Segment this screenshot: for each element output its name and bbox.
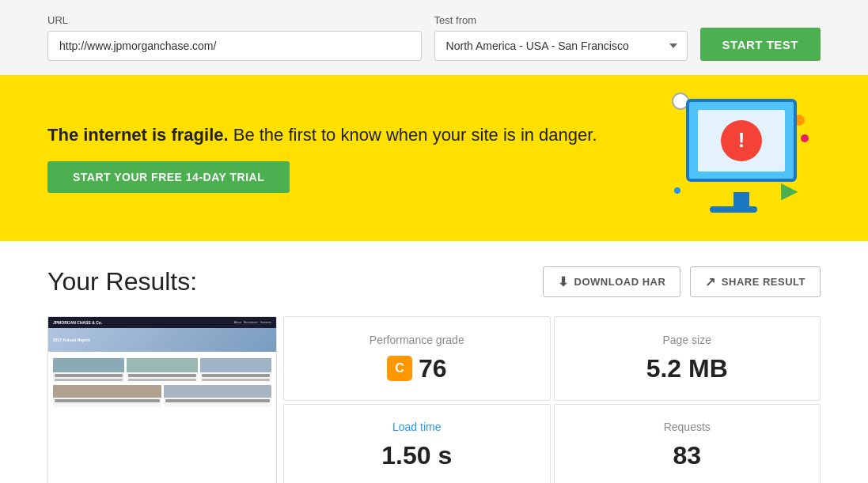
- mini-nav-link: Investors: [260, 321, 271, 324]
- results-header: Your Results: ⬇ DOWNLOAD HAR ↗ SHARE RES…: [47, 266, 821, 297]
- mini-nav-links: About Businesses Investors: [234, 321, 271, 324]
- decor-dot-pink: [801, 134, 809, 142]
- mini-wide-text-2: [165, 399, 271, 402]
- page-size-label: Page size: [663, 334, 711, 346]
- mini-site-preview: JPMORGAN CHASE & Co. About Businesses In…: [48, 317, 276, 483]
- test-from-group: Test from North America - USA - San Fran…: [434, 14, 688, 61]
- mini-card-text2-2: [128, 379, 196, 381]
- mini-card-text-3: [202, 374, 270, 377]
- mini-nav-link: Businesses: [244, 321, 258, 324]
- header: URL Test from North America - USA - San …: [0, 0, 868, 75]
- download-har-label: DOWNLOAD HAR: [574, 276, 666, 288]
- mini-card-2: [127, 358, 198, 382]
- start-test-button[interactable]: START TEST: [700, 28, 821, 61]
- mini-card-img-3: [200, 358, 271, 372]
- load-time-card: Load time 1.50 s: [283, 404, 551, 484]
- performance-grade-value: C 76: [387, 354, 447, 383]
- banner-rest-text: Be the first to know when your site is i…: [229, 125, 597, 145]
- banner-bold-text: The internet is fragile.: [47, 125, 229, 145]
- monitor-icon: ! ▶: [670, 99, 813, 217]
- mini-card-text-1: [55, 374, 123, 377]
- mini-wide-text-1: [55, 399, 160, 402]
- performance-grade-card: Performance grade C 76: [283, 316, 551, 401]
- load-time-value: 1.50 s: [381, 441, 452, 470]
- performance-grade-label: Performance grade: [370, 334, 464, 346]
- page-size-value: 5.2 MB: [646, 354, 728, 383]
- mini-card-text2-3: [202, 379, 270, 381]
- banner-content: The internet is fragile. Be the first to…: [47, 123, 662, 194]
- mini-wide-card-1: [53, 385, 161, 407]
- monitor-stand: [733, 192, 749, 206]
- mini-nav-link: About: [234, 321, 241, 324]
- metrics-grid: Performance grade C 76 Page size 5.2 MB …: [283, 316, 821, 483]
- mini-card-1: [53, 358, 124, 382]
- mini-hero-text: 2017 Annual Report: [53, 338, 90, 342]
- mini-card-grid: [53, 358, 271, 382]
- results-section: Your Results: ⬇ DOWNLOAD HAR ↗ SHARE RES…: [0, 241, 868, 483]
- download-har-button[interactable]: ⬇ DOWNLOAD HAR: [543, 266, 680, 297]
- mini-hero: 2017 Annual Report: [48, 328, 276, 352]
- monitor-screen: !: [698, 110, 785, 172]
- mini-card-3: [200, 358, 271, 382]
- mini-nav: JPMORGAN CHASE & Co. About Businesses In…: [48, 317, 276, 328]
- site-screenshot: JPMORGAN CHASE & Co. About Businesses In…: [48, 317, 276, 483]
- test-from-label: Test from: [434, 14, 688, 26]
- grade-badge: C: [387, 356, 412, 381]
- cursor-icon: ▶: [781, 177, 798, 203]
- results-title: Your Results:: [47, 267, 197, 296]
- requests-label: Requests: [664, 421, 711, 433]
- trial-cta-button[interactable]: START YOUR FREE 14-DAY TRIAL: [47, 161, 290, 193]
- share-result-button[interactable]: ↗ SHARE RESULT: [690, 266, 821, 297]
- mini-card-text-2: [128, 374, 196, 377]
- share-icon: ↗: [705, 274, 716, 289]
- mini-card-img-2: [127, 358, 198, 372]
- requests-value: 83: [673, 441, 701, 470]
- page-size-card: Page size 5.2 MB: [554, 316, 821, 401]
- mini-card-img-1: [53, 358, 124, 372]
- mini-brand: JPMORGAN CHASE & Co.: [53, 320, 102, 325]
- screenshot-card: JPMORGAN CHASE & Co. About Businesses In…: [47, 316, 277, 483]
- mini-wide-grid: [53, 385, 271, 407]
- url-input[interactable]: [47, 31, 422, 61]
- results-actions: ⬇ DOWNLOAD HAR ↗ SHARE RESULT: [543, 266, 821, 297]
- monitor-body: !: [686, 99, 797, 182]
- mini-wide-img-1: [53, 385, 161, 398]
- alert-icon: !: [721, 120, 762, 161]
- mini-card-text2-1: [55, 379, 123, 381]
- mini-wide-card-2: [164, 385, 272, 407]
- decor-dot-blue: [674, 187, 680, 194]
- mini-content: [48, 352, 276, 410]
- monitor-base: [710, 206, 757, 213]
- load-time-label: Load time: [392, 421, 441, 433]
- url-label: URL: [47, 14, 422, 26]
- banner-text: The internet is fragile. Be the first to…: [47, 123, 662, 148]
- promo-banner: The internet is fragile. Be the first to…: [0, 75, 868, 241]
- banner-illustration: ! ▶: [662, 99, 821, 217]
- url-group: URL: [47, 14, 422, 61]
- test-from-select[interactable]: North America - USA - San Francisco: [434, 31, 688, 61]
- mini-wide-img-2: [164, 385, 272, 398]
- results-grid: JPMORGAN CHASE & Co. About Businesses In…: [47, 316, 821, 483]
- requests-card: Requests 83: [554, 404, 821, 484]
- download-icon: ⬇: [558, 274, 569, 289]
- performance-grade-number: 76: [419, 354, 447, 383]
- share-result-label: SHARE RESULT: [722, 276, 805, 288]
